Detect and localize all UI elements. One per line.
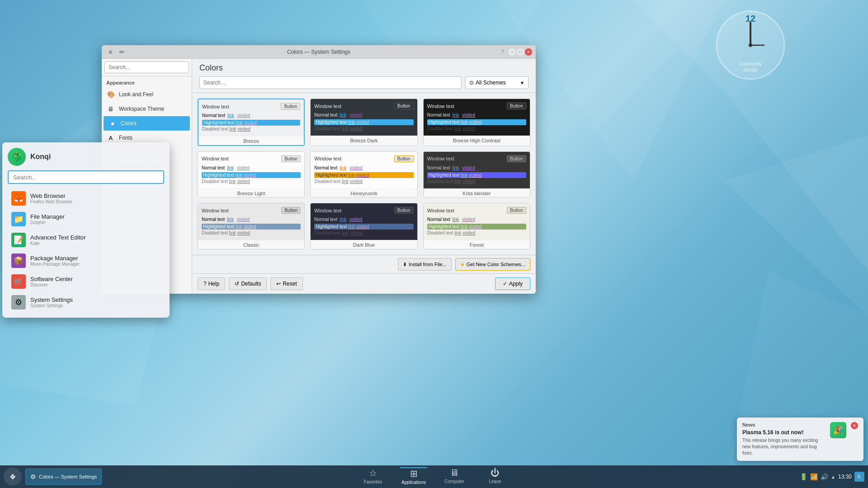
scheme-dropdown[interactable]: ⊙ All Schemes ▼ bbox=[465, 76, 528, 89]
sidebar-item-colors[interactable]: ● Colors bbox=[104, 116, 190, 131]
leave-icon: ⏻ bbox=[491, 468, 500, 478]
krita-disabled-row: Disabled text link visited bbox=[427, 179, 526, 184]
scheme-card-dark-blue[interactable]: Window text Button Normal text link visi… bbox=[310, 203, 417, 249]
taskbar-launcher-btn[interactable]: ❖ bbox=[4, 468, 22, 486]
breeze-window-text: Window text bbox=[202, 104, 229, 109]
scheme-card-breeze-dark[interactable]: Window text Button Normal text link visi… bbox=[310, 99, 417, 146]
breeze-light-window-text: Window text bbox=[202, 156, 229, 161]
konqi-name: Konqi bbox=[30, 153, 51, 161]
app-item-text-editor[interactable]: 📝 Advanced Text Editor Kate bbox=[8, 230, 164, 250]
help-icon: ? bbox=[203, 281, 207, 287]
software-center-sub: Discover bbox=[30, 282, 73, 287]
tray-expand-icon[interactable]: ▲ bbox=[831, 474, 835, 479]
breeze-dark-button: Button bbox=[394, 103, 414, 109]
web-browser-name: Web Browser bbox=[30, 192, 72, 199]
computer-icon: 🖥 bbox=[450, 468, 459, 478]
app-item-file-manager[interactable]: 📁 File Manager Dolphin bbox=[8, 209, 164, 229]
scheme-card-breeze[interactable]: Window text Button Normal text link visi… bbox=[198, 99, 305, 146]
get-new-schemes-btn[interactable]: ★ Get New Color Schemes... bbox=[455, 258, 530, 271]
scheme-card-classic[interactable]: Window text Button Normal text link visi… bbox=[198, 203, 305, 249]
taskbar-nav-computer[interactable]: 🖥 Computer bbox=[441, 468, 468, 486]
breeze-light-name: Breeze Light bbox=[198, 188, 304, 198]
app-item-package-manager[interactable]: 📦 Package Manager Muon Package Manager bbox=[8, 251, 164, 271]
edit-icon-btn[interactable]: ✏ bbox=[117, 47, 127, 57]
workspace-theme-icon: 🖥 bbox=[106, 104, 115, 113]
web-browser-sub: Firefox Web Browser bbox=[30, 199, 72, 204]
reset-btn[interactable]: ↩ Reset bbox=[270, 277, 302, 290]
help-btn[interactable]: ? Help bbox=[198, 277, 225, 290]
window-maximize-btn[interactable]: □ bbox=[517, 48, 524, 56]
konqi-avatar: 🐉 bbox=[8, 148, 26, 166]
honeycomb-window-text: Window text bbox=[314, 156, 341, 161]
fonts-label: Fonts bbox=[119, 135, 132, 141]
package-manager-name: Package Manager bbox=[30, 255, 80, 262]
breeze-light-button: Button bbox=[281, 155, 301, 162]
sidebar-item-look-feel[interactable]: 🎨 Look and Feel bbox=[102, 87, 192, 102]
window-close-btn[interactable]: ✕ bbox=[525, 48, 532, 56]
scheme-card-breeze-hc[interactable]: Window text Button Normal text link visi… bbox=[423, 99, 530, 146]
scheme-card-honeycomb[interactable]: Window text Button Normal text link visi… bbox=[310, 151, 417, 198]
footer-left-buttons: ? Help ↺ Defaults ↩ Reset bbox=[198, 277, 303, 290]
honeycomb-normal-row: Normal text link visited bbox=[314, 165, 413, 171]
favorites-icon: ☆ bbox=[369, 468, 377, 479]
battery-icon: 🔋 bbox=[800, 473, 807, 480]
file-manager-sub: Dolphin bbox=[30, 220, 65, 225]
help-label: Help bbox=[208, 281, 220, 287]
toast-title: News bbox=[742, 422, 826, 427]
reset-label: Reset bbox=[283, 281, 297, 287]
window-minimize-btn[interactable]: – bbox=[509, 48, 516, 56]
plasma-logo: K bbox=[854, 472, 864, 482]
app-item-software-center[interactable]: 🛒 Software Center Discover bbox=[8, 272, 164, 291]
software-center-icon: 🛒 bbox=[11, 274, 26, 289]
notification-icon: 🎉 bbox=[830, 422, 846, 438]
scheme-card-forest[interactable]: Window text Button Normal text link visi… bbox=[423, 203, 530, 249]
install-from-file-btn[interactable]: ⬇ Install from File... bbox=[398, 258, 452, 271]
krita-normal-row: Normal text link visited bbox=[427, 165, 526, 171]
app-item-web-browser[interactable]: 🦊 Web Browser Firefox Web Browser bbox=[8, 188, 164, 208]
web-browser-info: Web Browser Firefox Web Browser bbox=[30, 192, 72, 204]
clock-community-text: Community bbox=[739, 61, 762, 66]
taskbar-active-window-btn[interactable]: ⚙ Colors — System Settings bbox=[25, 469, 102, 485]
install-icon: ⬇ bbox=[403, 262, 407, 267]
classic-highlighted-row: Highlighted text link visited bbox=[202, 224, 301, 230]
sidebar-search-input[interactable] bbox=[104, 61, 189, 73]
notification-close-btn[interactable]: ✕ bbox=[851, 422, 858, 429]
taskbar-window-title: Colors — System Settings bbox=[39, 474, 97, 479]
forest-disabled-row: Disabled text link visited bbox=[427, 230, 526, 235]
package-manager-sub: Muon Package Manager bbox=[30, 262, 80, 267]
system-settings-info: System Settings System Settings bbox=[30, 296, 73, 308]
breeze-hc-button: Button bbox=[507, 103, 526, 109]
toast-body: This release brings you many exciting ne… bbox=[742, 437, 826, 456]
file-manager-name: File Manager bbox=[30, 213, 65, 220]
menu-icon-btn[interactable]: ≡ bbox=[105, 47, 115, 57]
app-item-system-settings[interactable]: ⚙ System Settings System Settings bbox=[8, 292, 164, 312]
defaults-btn[interactable]: ↺ Defaults bbox=[229, 277, 267, 290]
breeze-dark-normal-row: Normal text link visited bbox=[314, 112, 413, 118]
help-icon-btn[interactable]: ? bbox=[501, 49, 504, 55]
window-titlebar: ≡ ✏ Colors — System Settings ? – □ ✕ bbox=[102, 45, 536, 59]
darkblue-disabled-row: Disabled text link visited bbox=[314, 230, 413, 235]
taskbar-nav-favorites[interactable]: ☆ Favorites bbox=[359, 468, 387, 486]
breeze-dark-name: Breeze Dark bbox=[311, 136, 417, 145]
taskbar-nav-applications[interactable]: ⊞ Applications bbox=[400, 467, 427, 487]
applications-icon: ⊞ bbox=[410, 468, 418, 479]
app-list: 🦊 Web Browser Firefox Web Browser 📁 File… bbox=[8, 188, 164, 312]
sidebar-item-workspace-theme[interactable]: 🖥 Workspace Theme bbox=[102, 102, 192, 116]
scheme-card-krita[interactable]: Window text Button Normal text link visi… bbox=[423, 151, 530, 198]
breeze-hc-highlighted-row: Highlighted text link visited bbox=[427, 119, 526, 125]
taskbar-clock: 13:30 bbox=[838, 474, 852, 480]
apply-btn[interactable]: ✓ Apply bbox=[495, 277, 530, 290]
page-title: Colors bbox=[199, 63, 528, 73]
reset-icon: ↩ bbox=[276, 281, 281, 287]
toast-content: News Plasma 5.16 is out now! This releas… bbox=[742, 422, 826, 456]
forest-name: Forest bbox=[424, 240, 530, 249]
footer-right-buttons: ✓ Apply bbox=[495, 277, 530, 290]
scheme-search-input[interactable] bbox=[199, 76, 462, 89]
konqi-search-input[interactable] bbox=[8, 170, 164, 184]
taskbar-nav-leave[interactable]: ⏻ Leave bbox=[481, 468, 509, 486]
text-editor-sub: Kate bbox=[30, 241, 86, 246]
chevron-down-icon: ▼ bbox=[520, 80, 524, 85]
scheme-card-breeze-light[interactable]: Window text Button Normal text link visi… bbox=[198, 151, 305, 198]
text-editor-name: Advanced Text Editor bbox=[30, 234, 86, 241]
krita-window-text: Window text bbox=[427, 156, 454, 161]
